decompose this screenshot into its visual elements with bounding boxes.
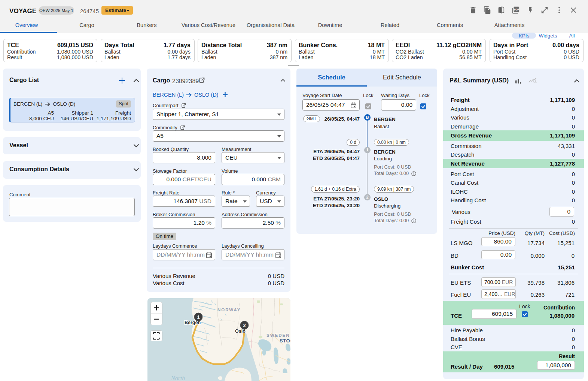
svg-text:North: North	[171, 375, 185, 381]
svg-text:1: 1	[197, 314, 199, 320]
svg-text:STOC: STOC	[280, 338, 290, 344]
svg-text:NORWAY: NORWAY	[217, 308, 241, 312]
svg-text:SWEDEN: SWEDEN	[266, 333, 290, 338]
svg-text:PDF: PDF	[514, 8, 519, 11]
svg-text:2: 2	[243, 323, 246, 328]
